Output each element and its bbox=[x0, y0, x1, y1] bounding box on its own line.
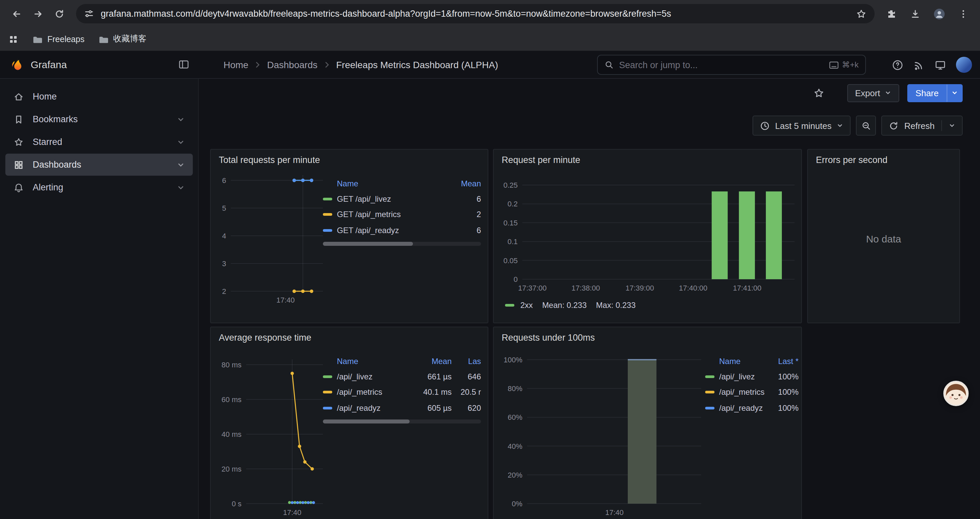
legend-row[interactable]: /api/_metrics100% bbox=[705, 385, 799, 400]
panel-request-per-minute: Request per minute 0.250.20.150.10.05017… bbox=[493, 149, 802, 323]
breadcrumb: Home Dashboards Freeleaps Metrics Dashbo… bbox=[223, 59, 498, 70]
bookmark-folder-blogs[interactable]: 收藏博客 bbox=[98, 34, 146, 45]
chevron-down-icon[interactable] bbox=[177, 161, 185, 169]
sidebar-item-starred[interactable]: Starred bbox=[5, 131, 193, 153]
legend[interactable]: 2xxMean: 0.233Max: 0.233 bbox=[505, 300, 636, 310]
legend-col-header[interactable]: Name bbox=[323, 179, 444, 188]
series-value: 2 bbox=[444, 210, 481, 219]
share-split-button: Share bbox=[908, 84, 963, 102]
legend-col-header[interactable]: Name bbox=[323, 357, 410, 366]
series-swatch bbox=[323, 375, 332, 378]
legend-col-header[interactable]: Last * bbox=[768, 357, 799, 366]
legend-header: NameLast * bbox=[705, 354, 799, 369]
back-button[interactable] bbox=[7, 4, 27, 24]
legend-row[interactable]: /api/_metrics40.1 ms20.5 r bbox=[323, 385, 481, 400]
tick-label: 17:40 bbox=[283, 508, 301, 517]
user-avatar[interactable] bbox=[956, 57, 972, 73]
legend-row[interactable]: GET /api/_metrics2 bbox=[323, 207, 481, 222]
assistant-avatar-button[interactable] bbox=[943, 381, 969, 406]
panel-requests-under-100ms: Requests under 100ms 100%80%60%40%20%0%1… bbox=[493, 327, 802, 519]
sidebar-item-label: Bookmarks bbox=[33, 114, 78, 124]
legend-scrollbar[interactable] bbox=[323, 419, 481, 423]
tick-label: 20 ms bbox=[221, 465, 242, 473]
series-value: 20.5 r bbox=[452, 388, 481, 397]
sidebar-item-home[interactable]: Home bbox=[5, 86, 193, 107]
reload-button[interactable] bbox=[49, 4, 69, 24]
legend-row[interactable]: /api/_readyz100% bbox=[705, 400, 799, 416]
apps-grid-icon[interactable] bbox=[8, 34, 19, 45]
time-range-picker[interactable]: Last 5 minutes bbox=[752, 115, 851, 136]
monitor-icon[interactable] bbox=[935, 59, 946, 70]
series-name: GET /api/_metrics bbox=[337, 210, 401, 219]
sidebar-item-label: Home bbox=[33, 91, 57, 102]
site-settings-icon[interactable] bbox=[84, 9, 94, 19]
grafana-topbar: Grafana Home Dashboards Freeleaps Metric… bbox=[0, 51, 980, 79]
tick-label: 0% bbox=[512, 500, 522, 508]
tick-label: 0.2 bbox=[508, 200, 518, 208]
tick-label: 100% bbox=[504, 356, 522, 364]
tick-label: 17:40 bbox=[605, 508, 624, 517]
bar-chart-request-per-minute[interactable]: 0.250.20.150.10.05017:37:0017:38:0017:39… bbox=[494, 150, 803, 324]
grafana-logo-icon[interactable] bbox=[10, 57, 24, 72]
divider bbox=[941, 120, 942, 131]
export-button[interactable]: Export bbox=[847, 84, 899, 102]
share-menu-button[interactable] bbox=[947, 84, 963, 102]
bookmark-label: 收藏博客 bbox=[113, 34, 146, 45]
series-stat: Max: 0.233 bbox=[596, 300, 636, 310]
legend-table: NameMeanLas/api/_livez661 µs646/api/_met… bbox=[323, 354, 481, 423]
legend-row[interactable]: /api/_livez661 µs646 bbox=[323, 369, 481, 385]
scrollbar-thumb[interactable] bbox=[323, 419, 410, 423]
breadcrumb-home[interactable]: Home bbox=[223, 59, 248, 70]
refresh-button[interactable]: Refresh bbox=[881, 115, 963, 136]
downloads-button[interactable] bbox=[905, 4, 925, 24]
tick-label: 3 bbox=[222, 260, 226, 268]
breadcrumb-current: Freeleaps Metrics Dashboard (ALPHA) bbox=[336, 59, 498, 70]
legend-row[interactable]: /api/_readyz605 µs620 bbox=[323, 400, 481, 416]
tick-label: 17:41:00 bbox=[733, 284, 762, 292]
tick-label: 17:38:00 bbox=[571, 284, 600, 292]
legend-row[interactable]: /api/_livez100% bbox=[705, 369, 799, 385]
legend-row[interactable]: GET /api/_livez6 bbox=[323, 191, 481, 207]
sidebar-collapse-button[interactable] bbox=[178, 59, 189, 70]
extensions-button[interactable] bbox=[881, 4, 901, 24]
search-input[interactable]: Search or jump to... ⌘+k bbox=[597, 55, 866, 75]
legend-col-header[interactable]: Las bbox=[452, 357, 481, 366]
share-button[interactable]: Share bbox=[908, 84, 947, 102]
tick-label: 60 ms bbox=[221, 395, 242, 404]
tick-label: 6 bbox=[222, 176, 226, 185]
chevron-down-icon[interactable] bbox=[177, 115, 185, 123]
panel-title[interactable]: Errors per second bbox=[816, 155, 888, 165]
series-value: 6 bbox=[444, 194, 481, 204]
scrollbar-thumb[interactable] bbox=[323, 241, 413, 246]
news-rss-icon[interactable] bbox=[913, 59, 924, 70]
sidebar-item-bookmarks[interactable]: Bookmarks bbox=[5, 108, 193, 130]
series-name: /api/_livez bbox=[719, 372, 755, 382]
zoom-out-time-button[interactable] bbox=[856, 115, 876, 136]
chevron-down-icon[interactable] bbox=[177, 138, 185, 146]
profile-button[interactable] bbox=[929, 4, 949, 24]
sidebar-item-alerting[interactable]: Alerting bbox=[5, 176, 193, 198]
chevron-down-icon[interactable] bbox=[177, 184, 185, 192]
legend-col-header[interactable]: Mean bbox=[410, 357, 452, 366]
series-value: 100% bbox=[768, 388, 799, 397]
search-shortcut: ⌘+k bbox=[829, 60, 859, 69]
url-text: grafana.mathmast.com/d/deytv4rwavabkb/fr… bbox=[101, 9, 849, 19]
sidebar-item-dashboards[interactable]: Dashboards bbox=[5, 153, 193, 176]
chevron-down-icon bbox=[885, 89, 892, 96]
legend-row[interactable]: GET /api/_readyz6 bbox=[323, 222, 481, 238]
legend-scrollbar[interactable] bbox=[323, 241, 481, 246]
legend-col-header[interactable]: Name bbox=[705, 357, 768, 366]
breadcrumb-dashboards[interactable]: Dashboards bbox=[267, 59, 318, 70]
url-bar[interactable]: grafana.mathmast.com/d/deytv4rwavabkb/fr… bbox=[76, 4, 875, 23]
series-value: 40.1 ms bbox=[410, 388, 452, 397]
bookmark-star-icon[interactable] bbox=[856, 8, 867, 19]
help-icon[interactable] bbox=[892, 59, 903, 70]
chevron-right-icon bbox=[255, 61, 261, 68]
bookmark-folder-freeleaps[interactable]: Freeleaps bbox=[32, 34, 84, 45]
clock-icon bbox=[760, 121, 770, 131]
browser-menu-button[interactable] bbox=[953, 4, 973, 24]
legend-col-header[interactable]: Mean bbox=[444, 179, 481, 188]
browser-toolbar: grafana.mathmast.com/d/deytv4rwavabkb/fr… bbox=[0, 0, 980, 27]
forward-button[interactable] bbox=[28, 4, 48, 24]
favorite-star-icon[interactable] bbox=[813, 87, 824, 99]
